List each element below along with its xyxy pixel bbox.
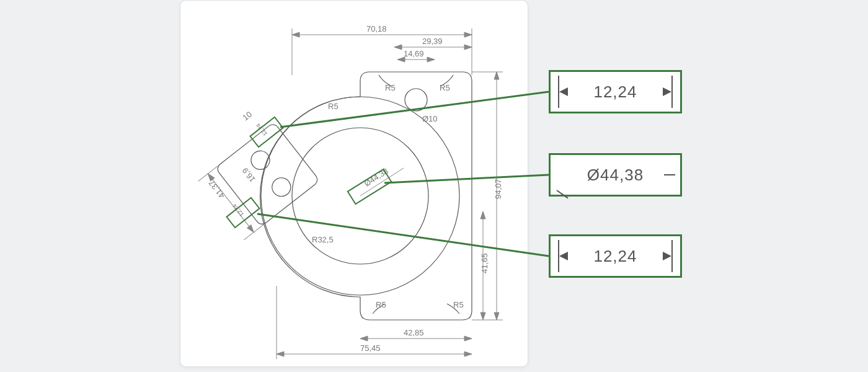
engineering-drawing: 70,18 29,39 14,69 94,07 41,65 42,85 75,4… bbox=[180, 1, 528, 366]
dim-r5-b: R5 bbox=[440, 83, 450, 92]
callout-1224-upper: 12,24 bbox=[549, 70, 682, 113]
svg-marker-4 bbox=[464, 32, 472, 37]
svg-marker-23 bbox=[277, 352, 284, 356]
stage: 70,18 29,39 14,69 94,07 41,65 42,85 75,4… bbox=[0, 0, 868, 372]
dim-top-sub: 29,39 bbox=[422, 37, 443, 46]
dim-right-lower: 41,65 bbox=[480, 253, 489, 273]
drawing-card: 70,18 29,39 14,69 94,07 41,65 42,85 75,4… bbox=[180, 0, 528, 367]
callout-text: 12,24 bbox=[593, 247, 637, 266]
top-hole bbox=[405, 89, 427, 111]
dim-r5-e: R5 bbox=[453, 300, 464, 309]
dim-dia-small: Ø10 bbox=[422, 114, 438, 123]
side-hole-lower bbox=[268, 174, 294, 200]
dim-r5-d: R5 bbox=[376, 300, 386, 309]
callout-dia-4438: Ø44,38 bbox=[549, 153, 682, 197]
svg-marker-18 bbox=[480, 312, 485, 320]
dim-top-inner: 14,69 bbox=[404, 49, 424, 58]
dim-top-overall: 70,18 bbox=[366, 24, 387, 33]
svg-marker-17 bbox=[480, 211, 485, 219]
svg-marker-10 bbox=[427, 57, 435, 62]
svg-marker-20 bbox=[360, 336, 368, 341]
svg-marker-7 bbox=[464, 45, 472, 50]
svg-marker-3 bbox=[292, 32, 299, 37]
dim-r-inner: R32,5 bbox=[312, 235, 334, 244]
side-hole-upper bbox=[247, 147, 273, 173]
dim-r5-c: R5 bbox=[328, 102, 339, 111]
svg-marker-14 bbox=[494, 72, 499, 79]
svg-marker-31 bbox=[247, 225, 256, 234]
callout-text: Ø44,38 bbox=[587, 166, 644, 185]
svg-marker-24 bbox=[464, 352, 472, 356]
callout-1224-lower: 12,24 bbox=[549, 234, 682, 278]
svg-marker-15 bbox=[494, 312, 499, 320]
dim-angled-outer: 41,37 bbox=[207, 179, 227, 200]
dim-bottom-overall: 75,45 bbox=[360, 343, 381, 353]
dim-offset-10: 10 bbox=[241, 110, 254, 123]
svg-marker-21 bbox=[464, 336, 472, 341]
svg-marker-6 bbox=[394, 45, 402, 50]
dim-right-overall: 94,07 bbox=[494, 179, 503, 199]
callout-text: 12,24 bbox=[593, 82, 637, 102]
dim-r5-a: R5 bbox=[385, 83, 396, 92]
dim-bottom-inner: 42,85 bbox=[404, 328, 424, 337]
dim-angled-mid: 16,9 bbox=[241, 166, 257, 184]
